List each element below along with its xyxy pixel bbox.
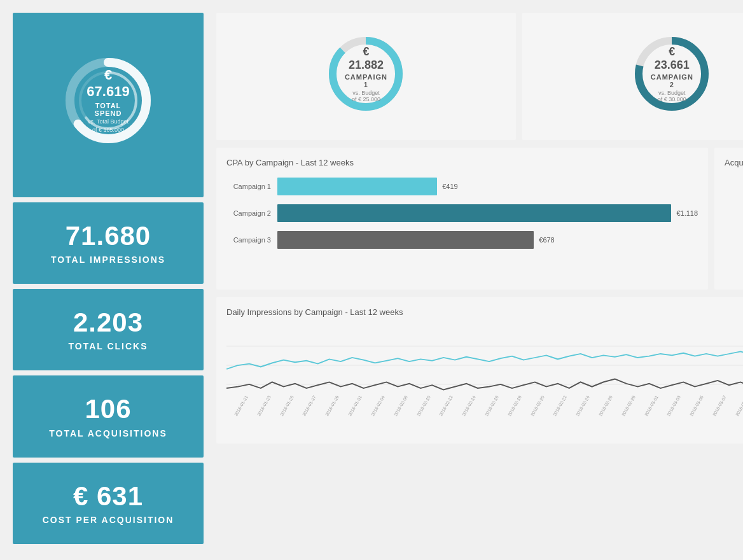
total-impressions-number: 71.680 (25, 221, 191, 251)
campaign-2-label: CAMPAIGN 2 (651, 73, 693, 88)
bar-fill-1 (277, 178, 437, 195)
acquisitions-chart-title: Acquisitions by Campaign - Last 12 weeks (725, 158, 743, 167)
bar-fill-3 (277, 231, 534, 249)
bar-row-campaign3: Campaign 3 €678 (226, 231, 698, 249)
pie-chart-container: 32 54 20 (725, 178, 743, 279)
campaign-1-sub: vs. Budgetof € 25.000 (345, 90, 387, 102)
total-acquisitions-card: 106 TOTAL ACQUISITIONS (13, 375, 204, 457)
total-clicks-card: 2.203 TOTAL CLICKS (13, 289, 204, 370)
bar-track-1: €419 (277, 178, 698, 195)
cost-per-acquisition-card: € 631 COST PER ACQUISITION (13, 463, 204, 544)
bar-value-1: €419 (442, 183, 457, 190)
line-campaign1 (226, 346, 743, 369)
total-clicks-label: TOTAL CLICKS (25, 341, 191, 351)
bar-track-2: €1.118 (277, 204, 698, 222)
bar-track-3: €678 (277, 231, 698, 249)
campaign-2-donut: € 23.661 CAMPAIGN 2 vs. Budgetof € 30.00… (630, 32, 713, 115)
campaign-1-card: € 21.882 CAMPAIGN 1 vs. Budgetof € 25.00… (216, 13, 516, 140)
total-spend-card: € 67.619 TOTAL SPEND vs. Total Budget of… (13, 13, 204, 197)
x-axis-labels: 2016-01-21 2016-01-23 2016-01-25 2016-01… (226, 405, 743, 433)
bar-row-campaign2: Campaign 2 €1.118 (226, 204, 698, 222)
bar-fill-2 (277, 204, 671, 222)
campaign-2-card: € 23.661 CAMPAIGN 2 vs. Budgetof € 30.00… (522, 13, 743, 140)
total-impressions-card: 71.680 TOTAL IMPRESSIONS (13, 202, 204, 284)
total-clicks-number: 2.203 (25, 308, 191, 337)
campaign-2-amount: € 23.661 (651, 45, 693, 72)
campaign-1-amount: € 21.882 (345, 45, 387, 72)
bar-value-3: €678 (539, 236, 554, 244)
cpa-chart-card: CPA by Campaign - Last 12 weeks Campaign… (216, 148, 708, 290)
total-acquisitions-number: 106 (25, 395, 191, 424)
bar-row-campaign1: Campaign 1 €419 (226, 178, 698, 195)
bar-value-2: €1.118 (676, 209, 698, 217)
total-spend-donut: € 67.619 TOTAL SPEND vs. Total Budget of… (57, 50, 159, 151)
campaign-1-label: CAMPAIGN 1 (345, 73, 387, 88)
line-campaign23 (226, 373, 743, 389)
middle-row: CPA by Campaign - Last 12 weeks Campaign… (216, 148, 743, 290)
sidebar: € 67.619 TOTAL SPEND vs. Total Budget of… (13, 13, 204, 544)
bar-label-1: Campaign 1 (226, 183, 271, 190)
cpa-chart-title: CPA by Campaign - Last 12 weeks (226, 158, 698, 167)
campaign-1-text: € 21.882 CAMPAIGN 1 vs. Budgetof € 25.00… (345, 45, 387, 102)
campaign-row: € 21.882 CAMPAIGN 1 vs. Budgetof € 25.00… (216, 13, 743, 140)
cpa-bar-chart: Campaign 1 €419 Campaign 2 €1.118 Campai… (226, 178, 698, 249)
main-content: € 21.882 CAMPAIGN 1 vs. Budgetof € 25.00… (216, 13, 743, 444)
cpa-number: € 631 (25, 482, 191, 511)
total-impressions-label: TOTAL IMPRESSIONS (25, 255, 191, 265)
campaign-2-sub: vs. Budgetof € 30.000 (651, 90, 693, 102)
bar-label-3: Campaign 3 (226, 236, 271, 244)
total-acquisitions-label: TOTAL ACQUISITIONS (25, 428, 191, 438)
line-chart-card: Daily Impressions by Campaign - Last 12 … (216, 297, 743, 444)
line-chart-title: Daily Impressions by Campaign - Last 12 … (226, 307, 743, 317)
acquisitions-chart-card: Acquisitions by Campaign - Last 12 weeks… (714, 148, 743, 290)
campaign-2-text: € 23.661 CAMPAIGN 2 vs. Budgetof € 30.00… (651, 45, 693, 102)
cpa-label: COST PER ACQUISITION (25, 515, 191, 525)
line-chart-svg (226, 327, 743, 403)
campaign-1-donut: € 21.882 CAMPAIGN 1 vs. Budgetof € 25.00… (324, 32, 407, 115)
line-chart-area (226, 327, 743, 403)
bar-label-2: Campaign 2 (226, 209, 271, 217)
